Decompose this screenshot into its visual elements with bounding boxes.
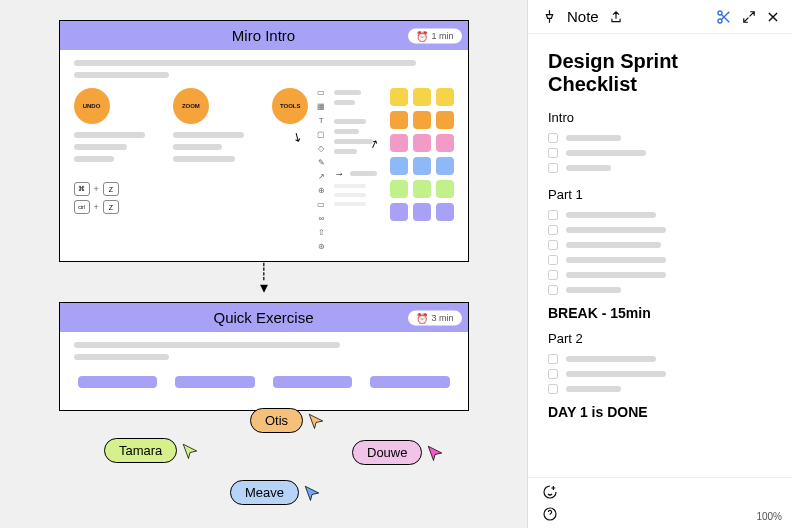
checkbox[interactable] <box>548 240 558 250</box>
reactions-icon[interactable] <box>542 484 558 500</box>
pin-icon[interactable] <box>542 9 557 24</box>
undo-button[interactable]: UNDO <box>74 88 110 124</box>
placeholder-line <box>334 202 366 206</box>
placeholder-line <box>566 242 661 248</box>
checklist-item[interactable] <box>548 148 772 158</box>
zoom-level[interactable]: 100% <box>756 511 782 522</box>
color-swatch[interactable] <box>390 111 408 129</box>
placeholder-line <box>566 257 666 263</box>
color-swatch[interactable] <box>436 88 454 106</box>
color-swatch[interactable] <box>413 203 431 221</box>
pen-icon: ✎ <box>317 158 326 167</box>
swatch-grid <box>390 88 454 221</box>
checkbox[interactable] <box>548 148 558 158</box>
placeholder-line <box>566 150 646 156</box>
color-swatch[interactable] <box>390 134 408 152</box>
slot[interactable] <box>273 376 353 388</box>
arrow-icon: ↘ <box>290 129 311 149</box>
color-swatch[interactable] <box>390 88 408 106</box>
share-icon[interactable] <box>609 10 623 24</box>
help-icon[interactable] <box>542 506 558 522</box>
key-cmd: ⌘ <box>74 182 90 196</box>
cursor-icon <box>181 442 199 460</box>
frame-title: Quick Exercise <box>213 309 313 326</box>
checklist-item[interactable] <box>548 133 772 143</box>
checklist-item[interactable] <box>548 240 772 250</box>
placeholder-line <box>74 144 128 150</box>
slot[interactable] <box>78 376 158 388</box>
frame-body <box>60 332 468 410</box>
cursor-tamara: Tamara <box>104 438 199 463</box>
cursor-label: Meave <box>230 480 299 505</box>
plus-icon: + <box>94 184 99 194</box>
time-badge: ⏰ 1 min <box>408 28 461 43</box>
cursor-icon <box>307 412 325 430</box>
checkbox[interactable] <box>548 163 558 173</box>
tools-button[interactable]: TOOLS <box>272 88 308 124</box>
cursor-label: Otis <box>250 408 303 433</box>
expand-icon[interactable] <box>742 10 756 24</box>
exercise-slots <box>74 376 454 400</box>
placeholder-line <box>173 132 245 138</box>
frame-miro-intro[interactable]: Miro Intro ⏰ 1 min UNDO ⌘ + <box>59 20 469 262</box>
color-swatch[interactable] <box>390 180 408 198</box>
checkbox[interactable] <box>548 210 558 220</box>
checklist-item[interactable] <box>548 225 772 235</box>
checkbox[interactable] <box>548 384 558 394</box>
frame-quick-exercise[interactable]: Quick Exercise ⏰ 3 min <box>59 302 469 411</box>
section-done-label: DAY 1 is DONE <box>548 404 772 420</box>
checkbox[interactable] <box>548 369 558 379</box>
color-swatch[interactable] <box>413 180 431 198</box>
plus-icon: + <box>94 202 99 212</box>
checkbox[interactable] <box>548 354 558 364</box>
cursor-douwe: Douwe <box>352 440 444 465</box>
color-swatch[interactable] <box>436 157 454 175</box>
close-icon[interactable] <box>766 10 780 24</box>
checklist-item[interactable] <box>548 270 772 280</box>
note-body[interactable]: Design Sprint Checklist Intro Part 1 BRE… <box>528 34 792 477</box>
placeholder-line <box>566 135 621 141</box>
color-swatch[interactable] <box>413 111 431 129</box>
color-swatch[interactable] <box>413 157 431 175</box>
zoom-button[interactable]: ZOOM <box>173 88 209 124</box>
placeholder-line <box>334 149 357 154</box>
checklist-item[interactable] <box>548 384 772 394</box>
apps-icon: ⊛ <box>317 242 326 251</box>
color-swatch[interactable] <box>390 203 408 221</box>
checkbox[interactable] <box>548 270 558 280</box>
color-swatch[interactable] <box>436 111 454 129</box>
placeholder-line <box>566 227 666 233</box>
slot[interactable] <box>370 376 450 388</box>
checklist-item[interactable] <box>548 285 772 295</box>
placeholder-line <box>74 60 416 66</box>
checklist-item[interactable] <box>548 163 772 173</box>
note-footer: 100% <box>528 477 792 528</box>
svg-point-0 <box>718 11 722 15</box>
slot[interactable] <box>175 376 255 388</box>
sticky-icon: ▢ <box>317 130 326 139</box>
color-swatch[interactable] <box>436 134 454 152</box>
scissors-icon[interactable] <box>716 9 732 25</box>
column-undo: UNDO ⌘ + Z ctrl + Z <box>74 88 163 251</box>
key-z: Z <box>103 182 119 196</box>
link-icon: ∞ <box>317 214 326 223</box>
time-badge: ⏰ 3 min <box>408 310 461 325</box>
color-swatch[interactable] <box>413 88 431 106</box>
cursor-icon <box>303 484 321 502</box>
color-swatch[interactable] <box>436 180 454 198</box>
tool-descriptions: → <box>334 88 379 251</box>
checkbox[interactable] <box>548 133 558 143</box>
color-swatch[interactable] <box>390 157 408 175</box>
checklist-item[interactable] <box>548 255 772 265</box>
checkbox[interactable] <box>548 255 558 265</box>
checkbox[interactable] <box>548 225 558 235</box>
color-swatch[interactable] <box>436 203 454 221</box>
canvas[interactable]: Miro Intro ⏰ 1 min UNDO ⌘ + <box>0 0 527 528</box>
placeholder-line <box>566 356 656 362</box>
checklist-item[interactable] <box>548 354 772 364</box>
checkbox[interactable] <box>548 285 558 295</box>
checklist-item[interactable] <box>548 369 772 379</box>
time-label: 1 min <box>431 31 453 41</box>
checklist-item[interactable] <box>548 210 772 220</box>
color-swatch[interactable] <box>413 134 431 152</box>
